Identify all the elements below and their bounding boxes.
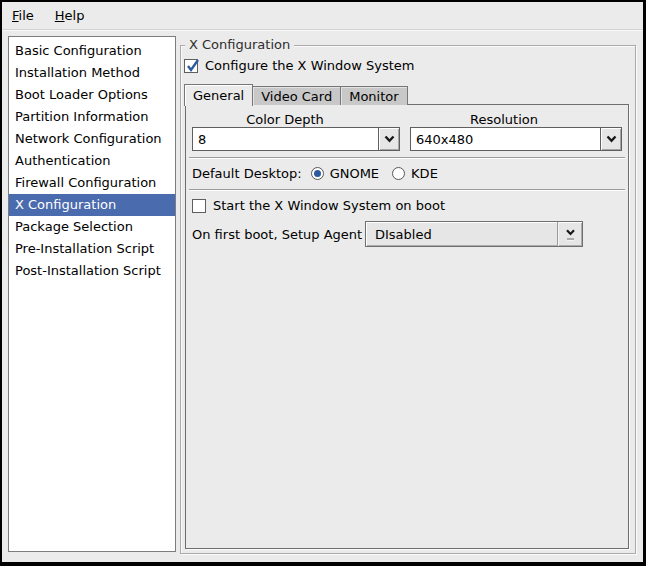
checkbox-label: Configure the X Window System xyxy=(205,58,415,73)
separator xyxy=(189,157,625,159)
kickstart-configurator-window: File Help Basic Configuration Installati… xyxy=(2,2,643,562)
x-configuration-frame: X Configuration Configure the X Window S… xyxy=(180,45,636,554)
color-depth-combo xyxy=(192,127,400,151)
resolution-input[interactable] xyxy=(410,127,600,151)
setup-agent-dropdown[interactable]: DIsabled xyxy=(365,221,583,247)
kde-label: KDE xyxy=(411,166,438,181)
radio-gnome[interactable] xyxy=(311,167,324,180)
setup-agent-value: DIsabled xyxy=(375,227,432,242)
sidebar-item-package-selection[interactable]: Package Selection xyxy=(9,216,175,238)
option-menu-indicator xyxy=(557,222,582,246)
resolution-combo xyxy=(410,127,622,151)
radio-kde[interactable] xyxy=(392,167,405,180)
start-x-on-boot-checkbox[interactable]: Start the X Window System on boot xyxy=(192,198,445,213)
sidebar-item-network-configuration[interactable]: Network Configuration xyxy=(9,128,175,150)
default-desktop-label: Default Desktop: xyxy=(192,166,302,181)
general-tab-panel: Color Depth Resolution xyxy=(185,104,629,549)
color-depth-label: Color Depth xyxy=(192,112,378,127)
chevron-down-icon xyxy=(384,135,395,143)
menu-item-help[interactable]: Help xyxy=(53,3,95,28)
chevron-down-icon xyxy=(606,135,617,143)
checkbox-box[interactable] xyxy=(184,59,198,73)
sidebar-item-partition-information[interactable]: Partition Information xyxy=(9,106,175,128)
tab-video-card[interactable]: Video Card xyxy=(252,86,341,105)
separator xyxy=(189,189,625,191)
checkbox-box[interactable] xyxy=(192,199,206,213)
sidebar-item-x-configuration[interactable]: X Configuration xyxy=(9,194,175,216)
section-list: Basic Configuration Installation Method … xyxy=(8,36,176,552)
sidebar-item-post-installation-script[interactable]: Post-Installation Script xyxy=(9,260,175,282)
sidebar-item-authentication[interactable]: Authentication xyxy=(9,150,175,172)
option-menu-dash xyxy=(567,238,574,240)
setup-agent-label: On first boot, Setup Agent is: xyxy=(192,227,381,242)
check-icon xyxy=(185,58,201,74)
color-depth-input[interactable] xyxy=(192,127,378,151)
sidebar-item-pre-installation-script[interactable]: Pre-Installation Script xyxy=(9,238,175,260)
gnome-radio-group[interactable]: GNOME xyxy=(311,166,379,181)
resolution-label: Resolution xyxy=(410,112,598,127)
frame-title: X Configuration xyxy=(185,37,294,53)
sidebar-item-installation-method[interactable]: Installation Method xyxy=(9,62,175,84)
tab-monitor[interactable]: Monitor xyxy=(340,86,407,105)
gnome-label: GNOME xyxy=(330,166,379,181)
resolution-dropdown-button[interactable] xyxy=(600,127,622,151)
checkbox-label: Start the X Window System on boot xyxy=(213,198,445,213)
kde-radio-group[interactable]: KDE xyxy=(392,166,438,181)
sidebar-item-basic-configuration[interactable]: Basic Configuration xyxy=(9,40,175,62)
configure-x-window-checkbox[interactable]: Configure the X Window System xyxy=(184,58,415,73)
sidebar-item-boot-loader-options[interactable]: Boot Loader Options xyxy=(9,84,175,106)
sidebar-item-firewall-configuration[interactable]: Firewall Configuration xyxy=(9,172,175,194)
chevron-down-icon xyxy=(566,229,575,236)
default-desktop-row: Default Desktop: GNOME KDE xyxy=(192,164,438,182)
menu-item-file[interactable]: File xyxy=(10,3,44,28)
tab-general[interactable]: General xyxy=(184,84,253,106)
menu-bar: File Help xyxy=(2,2,643,30)
setup-agent-row: On first boot, Setup Agent is: xyxy=(192,217,381,251)
tab-bar: General Video Card Monitor xyxy=(184,83,407,105)
color-depth-dropdown-button[interactable] xyxy=(378,127,400,151)
